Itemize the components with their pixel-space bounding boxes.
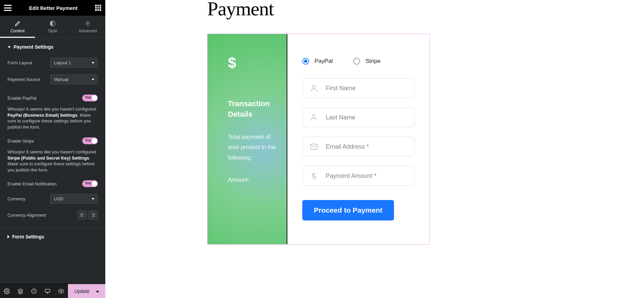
section-payment-settings-label: Payment Settings: [14, 44, 53, 50]
currency-select[interactable]: USD: [50, 194, 98, 204]
email-input[interactable]: [326, 143, 407, 150]
update-button-label: Update: [74, 288, 89, 294]
caret-down-icon: [7, 46, 11, 48]
section-payment-settings[interactable]: Payment Settings: [0, 38, 105, 54]
toggle-text: Yes: [85, 138, 91, 142]
mail-icon: [309, 142, 318, 151]
enable-paypal-toggle[interactable]: Yes: [82, 95, 98, 101]
preview-icon[interactable]: [54, 284, 68, 298]
tab-content-label: Content: [11, 29, 25, 33]
tab-style[interactable]: Style: [35, 16, 70, 38]
user-icon: [309, 84, 318, 93]
enable-stripe-toggle[interactable]: Yes: [82, 137, 98, 144]
page-title: Payment: [207, 0, 644, 20]
tab-advanced-label: Advanced: [79, 29, 97, 33]
first-name-input[interactable]: [326, 85, 407, 92]
align-right-button[interactable]: [88, 211, 98, 219]
toggle-text: Yes: [85, 181, 91, 185]
svg-point-12: [60, 290, 62, 292]
paypal-radio-label: PayPal: [315, 58, 333, 65]
stripe-radio-label: Stripe: [365, 58, 380, 65]
transaction-heading: Transaction Details: [228, 99, 276, 120]
toggle-text: Yes: [85, 95, 91, 99]
last-name-input[interactable]: [326, 114, 407, 121]
settings-icon[interactable]: [0, 284, 14, 298]
svg-point-8: [6, 290, 8, 292]
proceed-button[interactable]: Proceed to Payment: [302, 200, 394, 220]
update-button[interactable]: Update: [68, 284, 105, 298]
section-form-settings[interactable]: Form Settings: [0, 228, 105, 244]
radio-unchecked-icon: [353, 58, 360, 65]
currency-label: Currency: [7, 196, 50, 201]
amount-input[interactable]: [326, 172, 407, 180]
tab-style-label: Style: [48, 29, 57, 33]
panel-title: Edit Better Payment: [29, 5, 78, 11]
section-form-settings-label: Form Settings: [12, 234, 44, 239]
caret-right-icon: [7, 235, 10, 238]
svg-rect-15: [310, 144, 317, 149]
svg-point-13: [312, 85, 316, 88]
payment-source-select[interactable]: Manual: [50, 74, 98, 84]
apps-icon[interactable]: [95, 5, 101, 11]
enable-email-label: Enable Email Notification: [7, 181, 82, 186]
history-icon[interactable]: [27, 284, 41, 298]
form-layout-select[interactable]: Layout 1: [50, 58, 98, 68]
tab-advanced[interactable]: Advanced: [70, 16, 105, 38]
menu-icon[interactable]: [4, 5, 12, 11]
enable-email-toggle[interactable]: Yes: [82, 180, 98, 187]
enable-stripe-label: Enable Stripe: [7, 138, 82, 144]
user-icon: [309, 113, 318, 122]
paypal-warning: Whoops! It seems like you haven't config…: [0, 105, 105, 134]
dollar-icon: $: [228, 54, 276, 71]
chevron-up-icon: [96, 290, 99, 292]
paypal-radio[interactable]: PayPal: [302, 58, 333, 65]
navigator-icon[interactable]: [14, 284, 27, 298]
svg-point-1: [87, 23, 89, 24]
svg-point-14: [312, 114, 316, 117]
align-left-button[interactable]: [77, 211, 87, 219]
radio-checked-icon: [302, 58, 309, 65]
svg-rect-9: [45, 289, 50, 292]
tab-content[interactable]: Content: [0, 16, 35, 38]
payment-source-label: Payment Source: [7, 77, 50, 82]
stripe-warning: Whoops! It seems like you haven't config…: [0, 148, 105, 177]
dollar-icon: [309, 171, 318, 180]
form-layout-label: Form Layout: [7, 60, 50, 65]
currency-alignment-label: Currency Alignment: [7, 213, 77, 218]
responsive-icon[interactable]: [41, 284, 54, 298]
payment-widget[interactable]: $ Transaction Details Total payment of y…: [207, 34, 430, 245]
stripe-radio[interactable]: Stripe: [353, 58, 380, 65]
transaction-desc: Total payment of your product in the fol…: [228, 132, 276, 163]
enable-paypal-label: Enable PayPal: [7, 96, 82, 101]
amount-label: Amount:: [228, 177, 276, 183]
